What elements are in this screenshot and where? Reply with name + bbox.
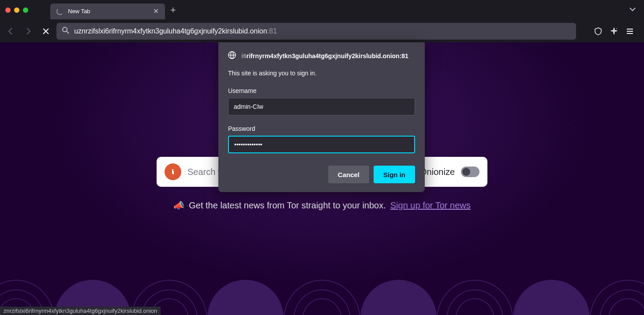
- status-bar: znrzifslxi6rifrnyrm4xfytkn3guluha4tg6gxj…: [0, 307, 161, 315]
- back-button[interactable]: [4, 24, 18, 38]
- username-label: Username: [228, 87, 415, 94]
- username-input[interactable]: [228, 98, 415, 115]
- svg-point-1: [616, 28, 617, 29]
- dialog-hostname: i6rifrnyrm4xfytkn3guluha4tg6gxjnuify2kir…: [241, 52, 408, 59]
- titlebar: New Tab ✕ +: [0, 0, 644, 20]
- globe-icon: [228, 51, 236, 61]
- forward-button[interactable]: [21, 24, 35, 38]
- news-banner: 📣 Get the latest news from Tor straight …: [173, 200, 470, 211]
- arrow-right-icon: [24, 27, 32, 35]
- password-label: Password: [228, 125, 415, 132]
- search-icon: [62, 26, 70, 36]
- signin-button[interactable]: Sign in: [374, 166, 415, 183]
- menu-button[interactable]: [623, 24, 637, 38]
- tabs-dropdown-button[interactable]: [629, 6, 636, 15]
- dialog-message: This site is asking you to sign in.: [228, 70, 415, 77]
- close-tab-button[interactable]: ✕: [153, 7, 159, 15]
- maximize-window-button[interactable]: [23, 7, 28, 13]
- password-input[interactable]: [228, 136, 415, 153]
- cancel-button[interactable]: Cancel: [328, 166, 369, 183]
- stop-button[interactable]: [39, 24, 53, 38]
- url-text: uznrzifslxi6rifrnyrm4xfytkn3guluha4tg6gx…: [74, 27, 571, 35]
- hamburger-icon: [625, 27, 634, 36]
- chevron-down-icon: [629, 6, 636, 13]
- close-window-button[interactable]: [5, 7, 11, 13]
- shield-button[interactable]: [591, 24, 605, 38]
- megaphone-icon: 📣: [173, 200, 184, 211]
- duckduckgo-logo-icon: [165, 163, 181, 180]
- arrow-left-icon: [7, 27, 15, 35]
- traffic-lights: [0, 7, 28, 13]
- spark-icon: [610, 27, 618, 36]
- minimize-window-button[interactable]: [14, 7, 19, 13]
- broom-button[interactable]: [607, 24, 621, 38]
- onionize-toggle[interactable]: [461, 167, 479, 177]
- decorative-background: [0, 227, 644, 315]
- browser-tab[interactable]: New Tab ✕: [50, 4, 165, 19]
- auth-dialog: i6rifrnyrm4xfytkn3guluha4tg6gxjnuify2kir…: [218, 42, 425, 192]
- shield-icon: [594, 27, 603, 36]
- toolbar: uznrzifslxi6rifrnyrm4xfytkn3guluha4tg6gx…: [0, 20, 644, 42]
- svg-point-0: [63, 27, 67, 32]
- page-content: Search w Onionize 📣 Get the latest news …: [0, 42, 644, 315]
- loading-spinner-icon: [56, 8, 64, 15]
- close-icon: [42, 27, 50, 35]
- svg-point-3: [173, 170, 174, 171]
- new-tab-button[interactable]: +: [170, 4, 176, 16]
- url-bar[interactable]: uznrzifslxi6rifrnyrm4xfytkn3guluha4tg6gx…: [56, 23, 576, 40]
- onionize-label: Onionize: [420, 167, 455, 177]
- tab-title: New Tab: [68, 8, 149, 15]
- news-text: Get the latest news from Tor straight to…: [189, 200, 386, 211]
- news-signup-link[interactable]: Sign up for Tor news: [390, 200, 471, 211]
